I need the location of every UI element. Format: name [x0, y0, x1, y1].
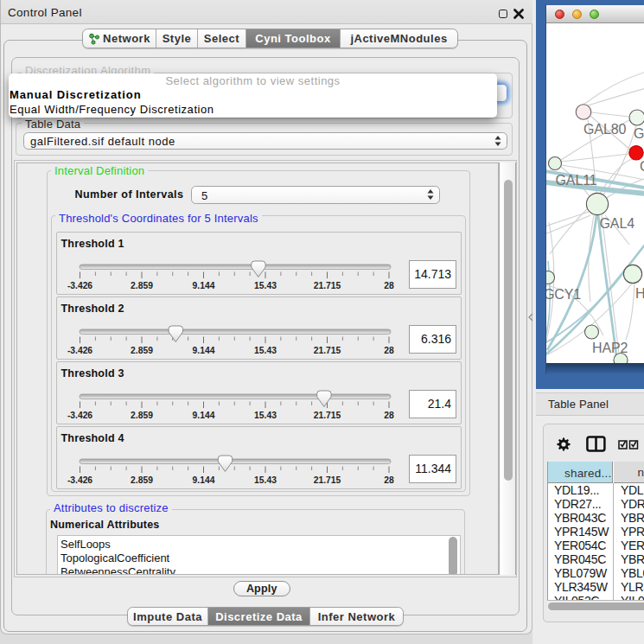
svg-text:-3.426: -3.426 — [67, 475, 92, 485]
svg-text:2.859: 2.859 — [131, 411, 153, 420]
svg-text:H: H — [635, 286, 644, 301]
svg-text:21.715: 21.715 — [313, 281, 341, 290]
svg-text:15.43: 15.43 — [254, 346, 277, 355]
svg-text:15.43: 15.43 — [254, 411, 277, 420]
svg-text:9.144: 9.144 — [192, 281, 214, 290]
svg-text:28: 28 — [384, 281, 394, 290]
svg-text:21.715: 21.715 — [313, 346, 341, 355]
svg-text:GCY1: GCY1 — [546, 287, 581, 302]
svg-text:GAL80: GAL80 — [583, 122, 627, 137]
svg-text:9.144: 9.144 — [192, 346, 214, 355]
svg-text:C: C — [640, 159, 644, 174]
svg-text:-3.426: -3.426 — [67, 411, 92, 420]
svg-text:GAL4: GAL4 — [600, 216, 635, 231]
svg-text:2.859: 2.859 — [131, 475, 153, 485]
svg-text:-3.426: -3.426 — [67, 346, 92, 355]
svg-text:21.715: 21.715 — [313, 475, 341, 485]
svg-text:2.859: 2.859 — [131, 281, 153, 290]
svg-text:2.859: 2.859 — [131, 346, 153, 355]
svg-text:9.144: 9.144 — [192, 475, 214, 485]
svg-text:GAL11: GAL11 — [556, 173, 597, 188]
svg-text:GA: GA — [634, 126, 644, 141]
svg-text:21.715: 21.715 — [313, 411, 341, 420]
svg-text:15.43: 15.43 — [254, 475, 277, 485]
svg-text:28: 28 — [384, 411, 394, 420]
svg-text:15.43: 15.43 — [254, 281, 277, 290]
svg-text:28: 28 — [384, 475, 394, 485]
svg-text:28: 28 — [384, 346, 394, 355]
svg-text:-3.426: -3.426 — [67, 281, 92, 290]
svg-text:9.144: 9.144 — [192, 411, 214, 420]
svg-text:HAP2: HAP2 — [592, 341, 628, 355]
